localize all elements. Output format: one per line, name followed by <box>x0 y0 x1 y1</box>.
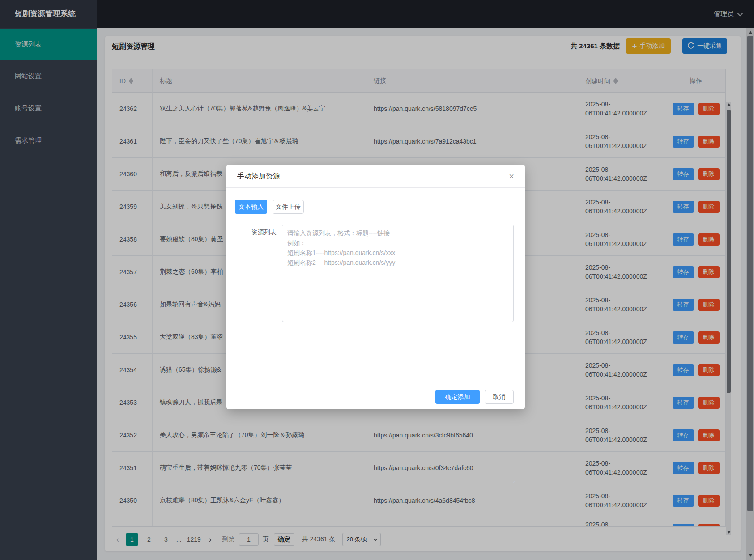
close-icon[interactable]: × <box>506 171 517 182</box>
resource-list-label: 资源列表 <box>235 229 277 237</box>
dialog-title: 手动添加资源 <box>237 165 280 188</box>
manual-add-dialog: 手动添加资源 × 文本输入 文件上传 资源列表 确定添加 取消 <box>226 165 525 409</box>
cancel-button[interactable]: 取消 <box>485 390 514 404</box>
app-root: 管理员 短剧资源管理系统 资源列表 网站设置 账号设置 需求管理 短剧资源管理 … <box>0 0 754 560</box>
tab-file-upload[interactable]: 文件上传 <box>273 200 304 214</box>
text-caret <box>286 228 286 235</box>
resource-list-textarea[interactable] <box>282 225 514 322</box>
confirm-add-button[interactable]: 确定添加 <box>435 390 480 404</box>
resize-handle-icon[interactable] <box>510 478 515 483</box>
tab-text-input[interactable]: 文本输入 <box>235 200 267 214</box>
dialog-header: 手动添加资源 × <box>226 165 525 188</box>
